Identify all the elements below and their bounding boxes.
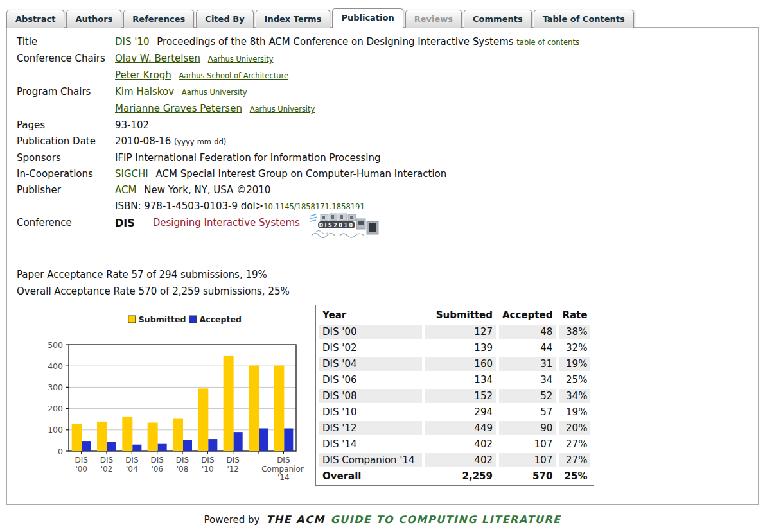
cell-year: DIS '02 <box>319 341 422 355</box>
date-format-note: (yyyy-mm-dd) <box>174 137 226 146</box>
tab-references[interactable]: References <box>123 10 194 28</box>
cell-rate: 19% <box>559 357 590 371</box>
conference-row: Conference DIS Designing Interactive Sys… <box>17 215 758 239</box>
conference-series-link[interactable]: Designing Interactive Systems <box>153 215 300 231</box>
author-link[interactable]: Marianne Graves Petersen <box>115 103 242 114</box>
cell-rate: 27% <box>559 437 590 451</box>
cell-submitted: 160 <box>425 357 496 371</box>
svg-text:'02: '02 <box>101 465 113 474</box>
cell-accepted: 52 <box>499 389 556 403</box>
cell-year: DIS '00 <box>319 325 422 339</box>
cell-rate: 32% <box>559 341 590 355</box>
pages-label: Pages <box>17 117 115 133</box>
tab-publication[interactable]: Publication <box>332 8 403 28</box>
cell-year: DIS '10 <box>319 405 422 419</box>
cell-submitted: 127 <box>425 325 496 339</box>
author-link[interactable]: Peter Krogh <box>115 69 171 81</box>
affiliation-link[interactable]: Aarhus University <box>208 55 274 64</box>
cell-rate: 27% <box>559 453 590 467</box>
table-row: DIS '001274838% <box>319 325 590 339</box>
col-header-accepted: Accepted <box>499 307 556 323</box>
author-link[interactable]: Kim Halskov <box>115 86 174 98</box>
svg-text:Companion: Companion <box>261 465 304 474</box>
col-header-year: Year <box>319 307 422 323</box>
table-row: DIS '061343425% <box>319 373 590 387</box>
pages-value: 93-102 <box>115 117 758 133</box>
conference-logo: DIS2010 <box>308 212 380 239</box>
tab-index-terms[interactable]: Index Terms <box>256 10 331 28</box>
affiliation-link[interactable]: Aarhus University <box>182 88 247 97</box>
cell-rate: 38% <box>559 325 590 339</box>
publication-date-label: Publication Date <box>17 133 115 150</box>
sigchi-link[interactable]: SIGCHI <box>115 168 148 180</box>
table-row: DIS '124499020% <box>319 421 590 435</box>
svg-text:DIS: DIS <box>125 456 138 465</box>
conference-label: Conference <box>17 215 115 239</box>
cell-submitted: 402 <box>425 453 496 467</box>
tab-abstract[interactable]: Abstract <box>6 10 64 28</box>
doi-link[interactable]: 10.1145/1858171.1858191 <box>263 202 365 211</box>
cell-submitted: 134 <box>425 373 496 387</box>
cell-accepted: 90 <box>499 421 556 435</box>
chair-line: Kim Halskov Aarhus University <box>115 84 758 101</box>
svg-text:0: 0 <box>58 447 63 456</box>
isbn-doi-line: ISBN: 978-1-4503-0103-9 doi>10.1145/1858… <box>115 198 758 215</box>
chair-line: Olav W. Bertelsen Aarhus University <box>115 51 758 67</box>
publisher-line: ACM New York, NY, USA ©2010 <box>115 182 758 198</box>
svg-text:'08: '08 <box>177 465 189 474</box>
in-cooperations-label: In-Cooperations <box>17 166 115 182</box>
cell-submitted: 449 <box>425 421 496 435</box>
svg-text:Submitted: Submitted <box>139 314 186 324</box>
table-of-contents-link[interactable]: table of contents <box>516 38 579 47</box>
title-label: Title <box>17 34 115 51</box>
cell-accepted: 31 <box>499 357 556 371</box>
svg-text:DIS: DIS <box>277 456 290 465</box>
tab-comments[interactable]: Comments <box>464 10 532 28</box>
cell-rate: 34% <box>559 389 590 403</box>
cell-year: DIS '04 <box>319 357 422 371</box>
cell-year: DIS '06 <box>319 373 422 387</box>
author-link[interactable]: Olav W. Bertelsen <box>115 53 200 64</box>
cell-year: Overall <box>319 469 422 483</box>
chair-line: Marianne Graves Petersen Aarhus Universi… <box>115 101 758 117</box>
cell-year: DIS '08 <box>319 389 422 403</box>
svg-text:'06: '06 <box>151 465 163 474</box>
proceedings-link[interactable]: DIS '10 <box>115 36 149 47</box>
cell-rate: 20% <box>559 421 590 435</box>
tab-cited-by[interactable]: Cited By <box>196 10 253 28</box>
svg-text:'12: '12 <box>227 465 239 474</box>
svg-text:DIS: DIS <box>150 456 163 465</box>
svg-text:DIS: DIS <box>100 456 113 465</box>
table-row: DIS '102945719% <box>319 405 590 419</box>
conference-chairs-row: Conference Chairs Olav W. Bertelsen Aarh… <box>17 51 758 84</box>
cell-year: DIS '14 <box>319 437 422 451</box>
sponsors-label: Sponsors <box>17 150 115 166</box>
svg-text:200: 200 <box>48 404 63 413</box>
footer: Powered by THE ACM GUIDE TO COMPUTING LI… <box>0 513 765 526</box>
tab-reviews: Reviews <box>405 10 462 28</box>
cell-rate: 25% <box>559 469 590 483</box>
in-cooperations-text: ACM Special Interest Group on Computer-H… <box>156 168 447 180</box>
svg-text:'10: '10 <box>202 465 214 474</box>
col-header-submitted: Submitted <box>425 307 496 323</box>
conference-acronym: DIS <box>115 215 135 231</box>
affiliation-link[interactable]: Aarhus University <box>250 105 315 114</box>
table-row: DIS '021394432% <box>319 341 590 355</box>
publication-date-value: 2010-08-16 <box>115 135 171 147</box>
guide-brand-text: GUIDE TO COMPUTING LITERATURE <box>330 513 561 526</box>
overall-acceptance-line: Overall Acceptance Rate 570 of 2,259 sub… <box>17 283 758 300</box>
svg-text:'00: '00 <box>75 465 87 474</box>
tab-table-of-contents[interactable]: Table of Contents <box>534 10 634 28</box>
cell-submitted: 402 <box>425 437 496 451</box>
publisher-label: Publisher <box>17 182 115 215</box>
cell-accepted: 107 <box>499 437 556 451</box>
tab-bar: AbstractAuthorsReferencesCited ByIndex T… <box>6 8 765 27</box>
table-row: DIS '041603119% <box>319 357 590 371</box>
submissions-chart: SubmittedAccepted0100200300400500DIS'00D… <box>39 305 304 500</box>
tab-authors[interactable]: Authors <box>66 10 121 28</box>
chair-line: Peter Krogh Aarhus School of Architectur… <box>115 67 758 84</box>
table-row: DIS '081525234% <box>319 389 590 403</box>
acm-link[interactable]: ACM <box>115 184 136 196</box>
cell-accepted: 107 <box>499 453 556 467</box>
affiliation-link[interactable]: Aarhus School of Architecture <box>179 71 288 80</box>
